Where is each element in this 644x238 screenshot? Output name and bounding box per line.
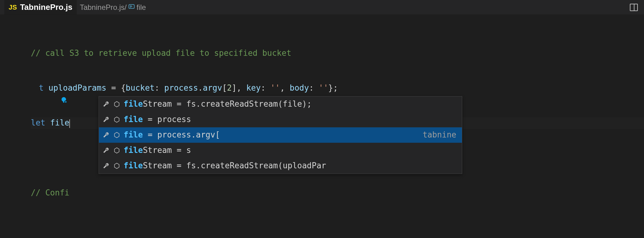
wrench-icon xyxy=(103,131,110,139)
code-comment-partial: // Confi xyxy=(31,187,69,199)
suggestion-provider: tabnine xyxy=(422,129,458,141)
wrench-icon xyxy=(103,116,110,123)
suggestion-item[interactable]: fileStream = fs.createReadStream(file); xyxy=(99,96,462,112)
brace-open: { xyxy=(121,82,126,94)
brace-close: }; xyxy=(328,82,338,94)
string-empty: '' xyxy=(319,82,328,94)
literal-2: 2 xyxy=(227,82,232,94)
hexagon-icon xyxy=(113,162,120,170)
symbol-icon xyxy=(128,3,135,11)
ident-argv: argv xyxy=(203,82,222,94)
hexagon-icon xyxy=(113,147,120,154)
bracket-close: ] xyxy=(232,82,237,94)
prop-key: key xyxy=(246,82,261,94)
keyword-let: t xyxy=(39,82,44,94)
keyword-let: let xyxy=(31,117,45,129)
ident-process: process xyxy=(164,82,198,94)
suggestion-text: file = process xyxy=(124,114,458,125)
code-comment: // call S3 to retrieve upload file to sp… xyxy=(31,47,291,59)
split-editor-icon[interactable] xyxy=(630,4,638,11)
tab-title: TabninePro.js xyxy=(20,2,72,12)
suggestion-item[interactable]: fileStream = fs.createReadStream(uploadP… xyxy=(99,158,462,174)
breadcrumb-segment: file xyxy=(137,3,146,12)
hexagon-icon xyxy=(113,131,120,139)
code-editor[interactable]: // call S3 to retrieve upload file to sp… xyxy=(0,15,644,234)
prop-body: body xyxy=(290,82,309,94)
js-file-icon: JS xyxy=(9,3,17,11)
autocomplete-popup: fileStream = fs.createReadStream(file);f… xyxy=(99,96,462,174)
suggestion-text: fileStream = fs.createReadStream(file); xyxy=(124,98,458,110)
prop-bucket: bucket xyxy=(126,82,155,94)
suggestion-text: fileStream = s xyxy=(124,145,458,156)
bracket-open: [ xyxy=(222,82,227,94)
hexagon-icon xyxy=(113,101,120,108)
comma: , xyxy=(237,82,246,94)
identifier-file: file xyxy=(50,117,70,129)
op-equals: = xyxy=(106,82,121,94)
comma: , xyxy=(280,82,290,94)
string-empty: '' xyxy=(270,82,280,94)
breadcrumb[interactable]: TabninePro.js/ file xyxy=(77,3,146,12)
wrench-icon xyxy=(103,162,110,170)
suggestion-item[interactable]: file = process xyxy=(99,112,462,127)
lightbulb-icon[interactable] xyxy=(31,84,39,92)
identifier: uploadParams xyxy=(48,82,106,94)
dot: . xyxy=(198,82,203,94)
tab-bar: JS TabninePro.js TabninePro.js/ file xyxy=(0,0,644,15)
breadcrumb-path: TabninePro.js/ xyxy=(80,3,127,12)
wrench-icon xyxy=(103,147,110,154)
editor-tab[interactable]: JS TabninePro.js xyxy=(4,0,77,14)
colon: : xyxy=(261,82,270,94)
suggestion-item[interactable]: fileStream = s xyxy=(99,143,462,158)
colon: : xyxy=(309,82,319,94)
hexagon-icon xyxy=(113,116,120,123)
wrench-icon xyxy=(103,101,110,108)
text-cursor xyxy=(69,119,70,128)
suggestion-text: fileStream = fs.createReadStream(uploadP… xyxy=(124,160,458,172)
suggestion-item[interactable]: file = process.argv[tabnine xyxy=(99,127,462,143)
colon: : xyxy=(155,82,164,94)
suggestion-text: file = process.argv[ xyxy=(124,129,419,141)
